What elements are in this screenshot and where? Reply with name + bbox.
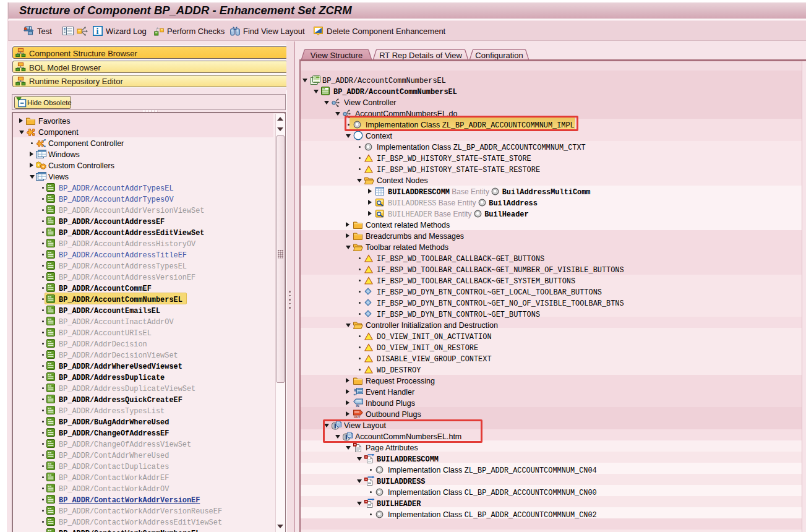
svg-text:IN: IN xyxy=(356,404,359,407)
svg-text:OUT: OUT xyxy=(354,415,361,418)
